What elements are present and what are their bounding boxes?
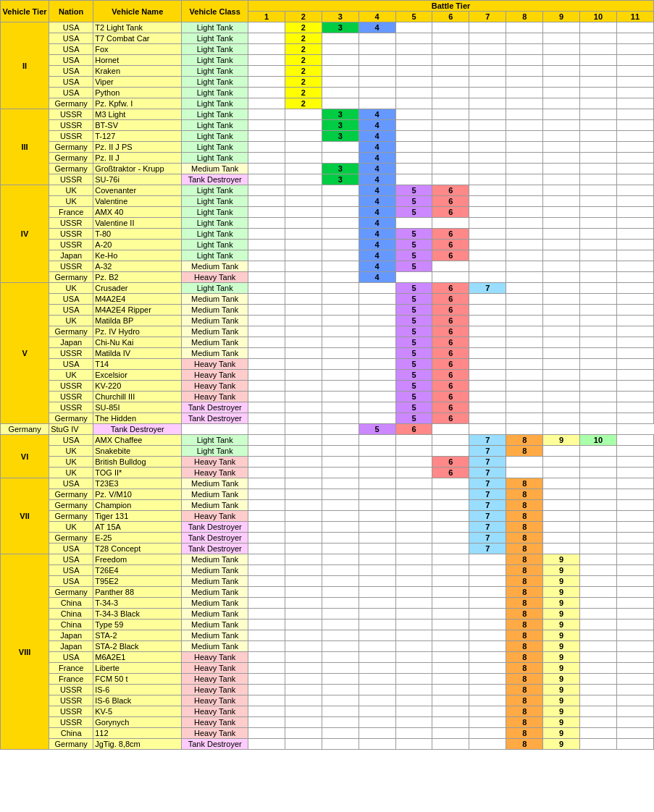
- nation-cell: USA: [49, 478, 93, 489]
- table-row: USSRIS-6 BlackHeavy Tank89: [1, 695, 654, 706]
- bt-cell-2: [285, 240, 322, 250]
- bt-cell-9: 9: [543, 565, 580, 576]
- bt-cell-4: [359, 522, 395, 533]
- vehicle-class-cell: Heavy Tank: [182, 728, 248, 739]
- tier-cell: VI: [1, 435, 49, 478]
- bt-cell-3: [322, 153, 359, 164]
- bt-cell-6: [432, 174, 469, 185]
- bt-cell-9: [543, 337, 580, 348]
- bt-cell-8: [506, 44, 543, 55]
- bt-cell-9: [543, 120, 580, 131]
- bt-cell-9: [543, 250, 580, 261]
- nation-cell: UK: [49, 370, 93, 381]
- bt-cell-7: 7: [469, 544, 506, 554]
- nation-cell: Germany: [49, 272, 93, 283]
- bt-cell-4: [359, 44, 395, 55]
- bt-cell-10: [580, 305, 617, 316]
- bt-cell-5: [395, 522, 432, 533]
- vehicle-class-cell: Heavy Tank: [182, 392, 248, 402]
- bt-cell-6: [432, 565, 469, 576]
- bt-cell-11: [616, 392, 653, 402]
- bt-cell-1: [248, 587, 285, 598]
- bt-cell-10: [580, 392, 617, 402]
- table-row: USSRIS-6Heavy Tank89: [1, 685, 654, 695]
- bt-cell-1: [248, 316, 285, 326]
- vehicle-name-cell: BT-SV: [93, 120, 182, 131]
- bt-cell-9: [543, 522, 580, 533]
- bt-cell-1: [248, 511, 285, 522]
- bt-cell-2: [285, 402, 322, 413]
- bt-cell-3: [322, 533, 359, 544]
- bt-cell-8: 8: [506, 630, 543, 641]
- bt-cell-6: [432, 435, 469, 446]
- bt-cell-8: 8: [506, 478, 543, 489]
- bt-cell-1: [248, 576, 285, 587]
- tier-cell: III: [1, 109, 49, 185]
- bt-cell-11: [616, 706, 653, 717]
- table-row: VIIUSAT23E3Medium Tank78: [1, 478, 654, 489]
- bt-cell-4: [359, 316, 395, 326]
- bt-cell-11: [616, 457, 653, 468]
- bt-cell-11: [616, 174, 653, 185]
- bt-cell-5: [395, 652, 432, 663]
- bt-cell-3: [322, 695, 359, 706]
- table-row: UKBritish BulldogHeavy Tank67: [1, 457, 654, 468]
- nation-cell: USA: [49, 55, 93, 66]
- bt-cell-1: [248, 609, 285, 619]
- bt-cell-9: [543, 348, 580, 359]
- bt-cell-4: 4: [359, 229, 395, 240]
- bt-cell-2: [285, 500, 322, 511]
- table-row: USSRValentine IILight Tank4: [1, 218, 654, 229]
- bt-cell-6: [432, 489, 469, 500]
- table-row: GermanyPz. II JLight Tank4: [1, 153, 654, 164]
- bt-cell-8: [506, 174, 543, 185]
- bt-cell-4: 4: [359, 120, 395, 131]
- table-row: USAT28 ConceptTank Destroyer78: [1, 544, 654, 554]
- bt-cell-5: [395, 164, 432, 174]
- bt-cell-1: [248, 457, 285, 468]
- bt-cell-5: [395, 728, 432, 739]
- bt-cell-2: [285, 294, 322, 305]
- bt-cell-6: [432, 44, 469, 55]
- bt-cell-7: 7: [469, 478, 506, 489]
- table-row: JapanSTA-2Medium Tank89: [1, 630, 654, 641]
- nation-cell: Germany: [1, 424, 49, 435]
- bt-cell-11: [616, 240, 653, 250]
- bt-cell-2: [285, 109, 322, 120]
- bt-cell-10: [580, 717, 617, 728]
- bt-cell-7: [469, 33, 506, 44]
- bt-cell-4: [359, 446, 395, 457]
- bt-cell-7: [469, 402, 506, 413]
- bt-cell-3: [322, 272, 359, 283]
- bt-cell-9: 9: [543, 587, 580, 598]
- bt-cell-6: 6: [432, 294, 469, 305]
- table-row: China112Heavy Tank89: [1, 728, 654, 739]
- table-row: USAM4A2E4 RipperMedium Tank56: [1, 305, 654, 316]
- bt-cell-11: [616, 22, 653, 33]
- bt-cell-1: [248, 109, 285, 120]
- bt-cell-5: [395, 576, 432, 587]
- bt-cell-6: [432, 609, 469, 619]
- bt-cell-8: 8: [506, 576, 543, 587]
- bt-cell-10: [580, 500, 617, 511]
- bt-cell-2: 2: [285, 33, 322, 44]
- bt-cell-10: [580, 207, 617, 218]
- bt-cell-6: 6: [432, 370, 469, 381]
- bt-cell-8: [506, 402, 543, 413]
- bt-cell-3: [322, 587, 359, 598]
- vehicle-class-cell: Heavy Tank: [182, 685, 248, 695]
- bt-cell-2: 2: [285, 22, 322, 33]
- bt-cell-8: [506, 294, 543, 305]
- bt-cell-4: [359, 565, 395, 576]
- bt-cell-6: [432, 652, 469, 663]
- bt-cell-2: [285, 674, 322, 685]
- bt-cell-9: 9: [543, 554, 580, 565]
- bt-cell-7: [432, 424, 469, 435]
- bt-cell-9: [543, 261, 580, 272]
- bt-cell-5: 5: [395, 261, 432, 272]
- bt-cell-1: [248, 381, 285, 392]
- bt-cell-4: [359, 576, 395, 587]
- bt-cell-4: [359, 77, 395, 88]
- nation-cell: Germany: [49, 489, 93, 500]
- bt-cell-1: [248, 348, 285, 359]
